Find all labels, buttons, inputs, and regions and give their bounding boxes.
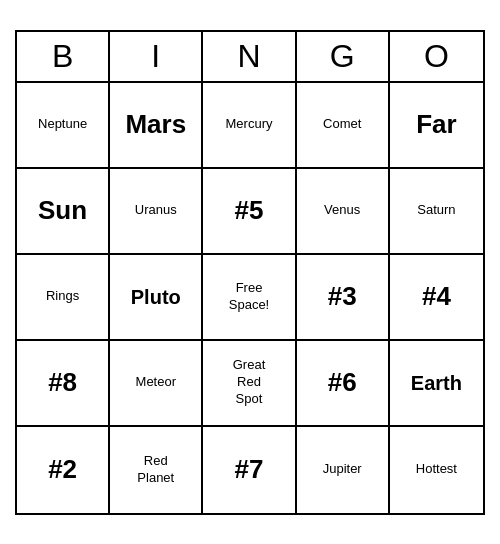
cell-r2-c3: #3 — [297, 255, 390, 341]
cell-r0-c0: Neptune — [17, 83, 110, 169]
cell-text-r4-c0: #2 — [48, 453, 77, 487]
cell-r0-c2: Mercury — [203, 83, 296, 169]
cell-text-r4-c1: RedPlanet — [137, 453, 174, 487]
cell-text-r1-c1: Uranus — [135, 202, 177, 219]
header-cell-g: G — [297, 32, 390, 81]
bingo-card: BINGO NeptuneMarsMercuryCometFarSunUranu… — [15, 30, 485, 515]
cell-text-r1-c2: #5 — [235, 194, 264, 228]
cell-r1-c1: Uranus — [110, 169, 203, 255]
cell-r2-c0: Rings — [17, 255, 110, 341]
cell-text-r2-c0: Rings — [46, 288, 79, 305]
bingo-grid: NeptuneMarsMercuryCometFarSunUranus#5Ven… — [17, 83, 483, 513]
cell-text-r0-c2: Mercury — [226, 116, 273, 133]
cell-text-r4-c4: Hottest — [416, 461, 457, 478]
cell-r3-c3: #6 — [297, 341, 390, 427]
cell-text-r0-c0: Neptune — [38, 116, 87, 133]
cell-text-r2-c1: Pluto — [131, 284, 181, 310]
cell-r3-c0: #8 — [17, 341, 110, 427]
cell-r1-c2: #5 — [203, 169, 296, 255]
header-cell-i: I — [110, 32, 203, 81]
cell-r4-c2: #7 — [203, 427, 296, 513]
cell-r1-c3: Venus — [297, 169, 390, 255]
header-cell-o: O — [390, 32, 483, 81]
cell-r0-c4: Far — [390, 83, 483, 169]
header-cell-b: B — [17, 32, 110, 81]
cell-r2-c1: Pluto — [110, 255, 203, 341]
cell-text-r3-c4: Earth — [411, 370, 462, 396]
cell-r4-c4: Hottest — [390, 427, 483, 513]
cell-r4-c1: RedPlanet — [110, 427, 203, 513]
cell-text-r1-c4: Saturn — [417, 202, 455, 219]
cell-r1-c0: Sun — [17, 169, 110, 255]
cell-text-r3-c2: GreatRedSpot — [233, 357, 266, 408]
cell-text-r4-c3: Jupiter — [323, 461, 362, 478]
cell-r4-c0: #2 — [17, 427, 110, 513]
cell-r4-c3: Jupiter — [297, 427, 390, 513]
cell-r2-c2: FreeSpace! — [203, 255, 296, 341]
cell-text-r3-c3: #6 — [328, 366, 357, 400]
cell-text-r3-c0: #8 — [48, 366, 77, 400]
cell-text-r0-c1: Mars — [125, 108, 186, 142]
cell-text-r2-c4: #4 — [422, 280, 451, 314]
cell-r3-c2: GreatRedSpot — [203, 341, 296, 427]
cell-text-r1-c3: Venus — [324, 202, 360, 219]
cell-r0-c1: Mars — [110, 83, 203, 169]
header-cell-n: N — [203, 32, 296, 81]
cell-text-r0-c4: Far — [416, 108, 456, 142]
cell-r3-c1: Meteor — [110, 341, 203, 427]
cell-r0-c3: Comet — [297, 83, 390, 169]
cell-text-r0-c3: Comet — [323, 116, 361, 133]
cell-text-r3-c1: Meteor — [136, 374, 176, 391]
cell-r1-c4: Saturn — [390, 169, 483, 255]
cell-text-r1-c0: Sun — [38, 194, 87, 228]
cell-r3-c4: Earth — [390, 341, 483, 427]
bingo-header: BINGO — [17, 32, 483, 83]
cell-text-r4-c2: #7 — [235, 453, 264, 487]
cell-text-r2-c2: FreeSpace! — [229, 280, 269, 314]
cell-r2-c4: #4 — [390, 255, 483, 341]
cell-text-r2-c3: #3 — [328, 280, 357, 314]
